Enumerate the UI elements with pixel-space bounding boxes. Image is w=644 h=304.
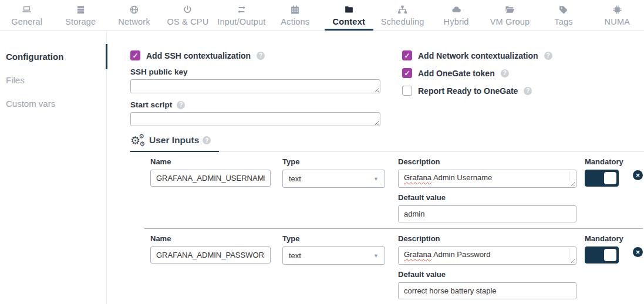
tab-label: VM Group [490,17,530,26]
add-network-contextualization-checkbox-row[interactable]: Add Network contextualization [402,50,552,60]
description-text: Admin Username [431,173,492,182]
help-icon[interactable] [544,52,552,60]
tab-scheduling[interactable]: Scheduling [376,0,429,31]
report-ready-onegate-checkbox-row[interactable]: Report Ready to OneGate [402,86,552,96]
start-script-label-row: Start script [130,100,380,109]
checkbox[interactable] [402,86,412,96]
tab-numa[interactable]: NUMA [591,0,644,31]
mandatory-toggle[interactable] [585,170,619,187]
chevron-down-icon [373,176,379,182]
tab-os-cpu[interactable]: OS & CPU [161,0,214,31]
help-icon[interactable] [257,52,265,60]
gears-icon [130,133,146,147]
tab-vm-group[interactable]: VM Group [483,0,537,31]
sidebar-item-label: Files [6,75,25,85]
ssh-public-key-textarea[interactable] [130,79,380,93]
default-value-label: Default value [398,270,576,279]
user-input-row: Name Type text Description Grafana Admin… [144,152,643,228]
server-icon [76,5,86,15]
type-label: Type [282,234,385,243]
resize-handle[interactable] [569,181,575,186]
description-label: Description [398,234,576,243]
globe-icon [129,5,139,15]
tag-icon [558,5,568,15]
selected-type: text [289,251,301,260]
tab-label: Input/Output [217,17,265,26]
sidebar-item-label: Custom vars [6,99,55,109]
tab-label: OS & CPU [167,17,209,26]
tab-label: General [11,17,42,26]
sidebar-item-configuration[interactable]: Configuration [0,46,106,67]
default-value-input[interactable] [398,282,576,299]
sidebar-item-files[interactable]: Files [0,70,106,90]
microchip-icon [612,5,622,15]
tab-label: Storage [65,17,96,26]
checkbox[interactable] [130,50,140,60]
default-value-label: Default value [398,193,576,202]
description-text-misspelled: Grafana [404,173,431,182]
power-icon [183,5,193,15]
tab-label: Actions [281,17,309,26]
tab-label: Context [333,17,365,26]
help-icon[interactable] [501,69,509,77]
sidebar-item-label: Configuration [6,52,63,62]
description-textarea[interactable]: Grafana Admin Password [398,246,576,265]
calendar-icon [290,5,300,15]
toggle-knob [604,172,616,184]
name-input[interactable] [150,246,271,264]
ssh-public-key-label-row: SSH public key [130,67,380,76]
field-label: Start script [130,100,172,109]
field-label: SSH public key [130,67,188,76]
default-value-input[interactable] [398,205,576,222]
help-icon[interactable] [177,101,185,109]
tab-tags[interactable]: Tags [537,0,590,31]
tab-label: Network [118,17,150,26]
wizard-tab-bar: General Storage Network OS & CPU Input/O… [0,0,644,31]
tab-label: NUMA [605,17,630,26]
description-text-misspelled: Grafana [404,250,431,259]
tab-user-inputs[interactable]: User Inputs [130,133,219,152]
name-input[interactable] [150,170,271,187]
description-textarea[interactable]: Grafana Admin Username [398,170,576,188]
section-title: User Inputs [149,135,199,146]
cloud-icon [451,5,461,15]
tab-storage[interactable]: Storage [53,0,107,31]
start-script-textarea[interactable] [130,112,380,126]
tab-network[interactable]: Network [107,0,161,31]
folder-open-icon [505,5,515,15]
tab-hybrid[interactable]: Hybrid [429,0,483,31]
description-text: Admin Password [431,250,490,259]
display-icon [22,5,32,15]
mandatory-label: Mandatory [585,157,630,166]
tab-input-output[interactable]: Input/Output [215,0,268,31]
sidebar-item-custom-vars[interactable]: Custom vars [0,93,106,114]
add-ssh-contextualization-checkbox-row[interactable]: Add SSH contextualization [130,50,380,60]
tab-actions[interactable]: Actions [268,0,322,31]
tab-general[interactable]: General [0,0,53,31]
remove-row-button[interactable] [633,170,643,180]
name-label: Name [150,157,271,166]
checkbox-label: Report Ready to OneGate [418,86,518,96]
checkbox[interactable] [402,68,412,78]
checkbox[interactable] [402,50,412,60]
remove-row-button[interactable] [633,247,643,257]
type-label: Type [282,157,385,166]
mandatory-toggle[interactable] [585,246,619,264]
description-label: Description [398,157,576,166]
help-icon[interactable] [524,87,532,95]
resize-handle[interactable] [569,258,575,263]
user-inputs-subtab-bar: User Inputs [130,133,644,152]
tab-label: Tags [554,17,572,26]
folder-icon [344,5,354,15]
user-inputs-table: Name Type text Description Grafana Admin… [144,152,643,304]
type-select[interactable]: text [282,246,385,265]
tab-label: Scheduling [381,17,424,26]
help-icon[interactable] [203,136,211,144]
type-select[interactable]: text [282,170,385,188]
tab-context[interactable]: Context [322,0,376,31]
sitemap-icon [397,5,407,15]
add-onegate-token-checkbox-row[interactable]: Add OneGate token [402,68,552,78]
toggle-knob [604,249,616,261]
context-sidebar: Configuration Files Custom vars [0,31,107,304]
configuration-panel: Add SSH contextualization SSH public key… [107,31,644,304]
